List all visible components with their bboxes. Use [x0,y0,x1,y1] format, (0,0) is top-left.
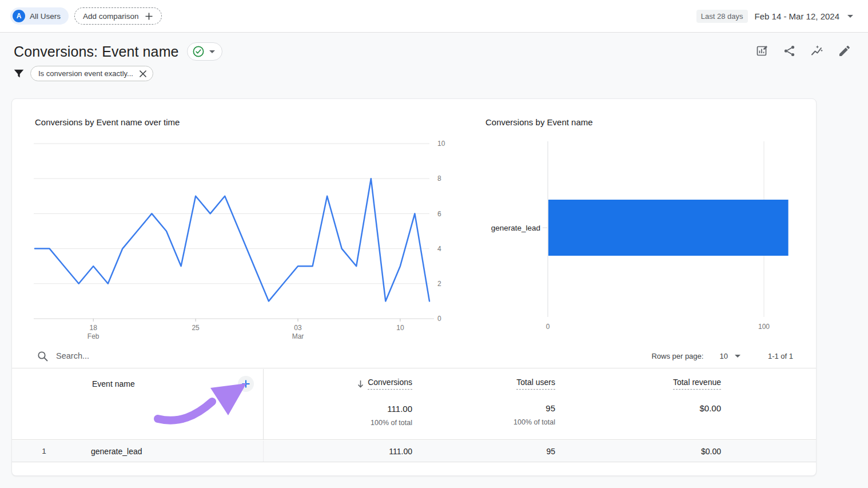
y-tick-label: 0 [437,315,441,323]
x-tick: 10 [396,319,404,332]
verified-check-icon [192,45,205,58]
conversion-status-dropdown[interactable] [187,42,222,61]
pagination-status: 1-1 of 1 [768,352,793,360]
annotation-arrow [12,369,264,440]
total-users-value: 95 [412,403,555,413]
column-header-conversions[interactable]: Conversions [357,378,412,390]
insights-icon[interactable] [810,43,825,58]
total-revenue-value: $0.00 [555,403,721,413]
total-conversions-pct: 100% of total [264,419,412,427]
event-name-header-cell: Event name [12,369,264,439]
search-input[interactable] [56,351,296,360]
y-tick-label: 6 [437,210,441,218]
y-tick-label: 2 [437,280,441,288]
y-tick-label: 4 [437,245,441,253]
filter-chip-label: Is conversion event exactly... [38,69,133,78]
column-header-total-revenue[interactable]: Total revenue [673,378,721,390]
add-comparison-button[interactable]: Add comparison [74,7,162,25]
x-tick: 03 Mar [292,319,304,340]
filter-chip[interactable]: Is conversion event exactly... [30,66,153,81]
y-tick-label: 8 [437,174,441,182]
rows-per-page-label: Rows per page: [651,352,703,360]
sort-desc-icon [357,380,364,388]
row-total-users: 95 [546,447,555,456]
total-users-pct: 100% of total [412,418,555,426]
date-range-selector[interactable]: Feb 14 - Mar 12, 2024 [755,11,853,21]
row-index: 1 [38,441,50,462]
top-bar: A All Users Add comparison Last 28 days … [0,0,868,33]
search-icon [37,351,48,362]
line-chart[interactable]: 10 8 6 4 2 0 18 Feb 25 03 Mar 10 [34,137,460,340]
line-chart-title: Conversions by Event name over time [35,117,180,127]
column-header-event-name[interactable]: Event name [92,379,135,388]
chevron-down-icon [209,50,215,53]
svg-text:Feb: Feb [87,332,99,340]
total-users-header-cell: Total users 95 100% of total [412,369,555,439]
close-icon[interactable] [139,70,147,78]
rows-per-page-select[interactable]: 10 [719,352,740,360]
bar-generate-lead[interactable] [548,200,789,256]
svg-text:18: 18 [90,324,98,332]
svg-text:25: 25 [192,324,200,332]
customize-report-icon[interactable] [755,43,770,58]
row-total-revenue: $0.00 [701,447,721,456]
chevron-down-icon [847,15,853,18]
avatar: A [13,10,25,22]
bar-category-label: generate_lead [491,224,540,232]
add-column-button[interactable] [238,376,254,392]
bar-x-tick-label: 100 [758,323,770,331]
all-users-label: All Users [30,12,61,21]
date-preset-badge: Last 28 days [696,10,748,23]
page-title: Conversions: Event name [14,43,179,60]
date-range-text: Feb 14 - Mar 12, 2024 [755,11,839,21]
total-conversions-value: 111.00 [264,404,412,414]
share-icon[interactable] [782,43,797,58]
add-comparison-label: Add comparison [83,12,139,21]
filter-funnel-icon[interactable] [13,68,25,80]
svg-text:03: 03 [294,324,302,332]
column-header-total-users[interactable]: Total users [516,378,555,390]
row-event-name: generate_lead [91,441,142,462]
x-tick: 18 Feb [87,319,99,340]
line-series[interactable] [35,178,429,301]
y-tick-label: 10 [437,140,445,148]
row-conversions: 111.00 [389,447,412,456]
total-revenue-header-cell: Total revenue $0.00 [555,369,721,439]
all-users-chip[interactable]: A All Users [10,7,69,25]
table-row: 1 generate_lead 111.00 95 $0.00 [12,441,816,462]
svg-text:10: 10 [396,324,404,332]
chevron-down-icon [735,355,740,358]
plus-icon [241,379,250,388]
bar-chart[interactable]: generate_lead 0 100 [485,137,806,340]
table-toolbar: Rows per page: 10 1-1 of 1 [12,344,816,368]
conversions-header-cell: Conversions 111.00 100% of total [264,369,412,439]
plus-icon [145,12,153,21]
svg-text:Mar: Mar [292,332,304,340]
bar-chart-title: Conversions by Event name [485,117,593,127]
edit-icon[interactable] [837,43,852,58]
report-card: Conversions by Event name over time Conv… [11,98,817,476]
x-tick: 25 [192,319,200,332]
bar-x-tick-label: 0 [546,323,550,331]
table-header: Event name Conversions 111.00 100% of to… [12,369,816,440]
